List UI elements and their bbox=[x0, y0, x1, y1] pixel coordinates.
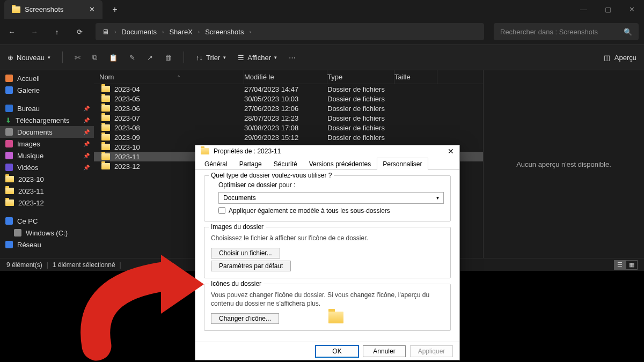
column-name[interactable]: Nom^ bbox=[94, 70, 244, 84]
paste-icon[interactable]: 📋 bbox=[109, 54, 118, 62]
table-row[interactable]: 2023-0427/04/2023 14:47Dossier de fichie… bbox=[94, 84, 483, 94]
table-row[interactable]: 2023-0728/07/2023 12:23Dossier de fichie… bbox=[94, 113, 483, 123]
refresh-icon[interactable]: ⟳ bbox=[73, 28, 86, 36]
column-modified[interactable]: Modifié le bbox=[244, 70, 327, 84]
chevron-down-icon: ▾ bbox=[223, 55, 226, 60]
file-type: Dossier de fichiers bbox=[327, 85, 394, 93]
sidebar-item-videos[interactable]: Vidéos📌 bbox=[0, 161, 94, 173]
chevron-right-icon: › bbox=[114, 29, 116, 35]
restore-default-button[interactable]: Paramètres par défaut bbox=[211, 261, 291, 271]
table-row[interactable]: 2023-0830/08/2023 17:08Dossier de fichie… bbox=[94, 123, 483, 132]
title-bar: Screenshots ✕ + — ▢ ✕ bbox=[0, 0, 644, 19]
group-folder-type: Quel type de dossier voulez-vous utilise… bbox=[204, 175, 451, 221]
folder-icon bbox=[101, 115, 110, 121]
folder-icon bbox=[5, 188, 14, 194]
network-icon bbox=[5, 241, 13, 248]
music-icon bbox=[5, 152, 13, 159]
breadcrumb-segment[interactable]: Documents bbox=[121, 28, 157, 36]
thumbnails-view-icon[interactable]: ▦ bbox=[626, 260, 638, 270]
sidebar: Accueil Galerie Bureau📌 ⬇Téléchargements… bbox=[0, 70, 94, 258]
apply-button[interactable]: Appliquer bbox=[410, 345, 453, 357]
close-tab-icon[interactable]: ✕ bbox=[89, 5, 95, 13]
optimize-label: Optimiser ce dossier pour : bbox=[218, 181, 444, 189]
column-headers: Nom^ Modifié le Type Taille bbox=[94, 70, 483, 84]
sidebar-item-images[interactable]: Images📌 bbox=[0, 138, 94, 150]
sort-button[interactable]: ↑↓ Trier ▾ bbox=[196, 54, 226, 62]
sidebar-item-folder[interactable]: 2023-10 bbox=[0, 173, 94, 185]
tab-previous-versions[interactable]: Versions précédentes bbox=[303, 158, 377, 170]
preview-pane-button[interactable]: Aperçu bbox=[614, 54, 636, 62]
sidebar-item-drive[interactable]: Windows (C:) bbox=[0, 227, 94, 239]
share-icon[interactable]: ↗ bbox=[147, 54, 153, 62]
tab-general[interactable]: Général bbox=[199, 158, 233, 170]
cut-icon[interactable]: ✄ bbox=[75, 54, 80, 62]
table-row[interactable]: 2023-0627/06/2023 12:06Dossier de fichie… bbox=[94, 104, 483, 113]
disk-icon bbox=[14, 229, 21, 237]
optimize-select[interactable]: Documents ▾ bbox=[218, 192, 444, 204]
properties-dialog: Propriétés de : 2023-11 ✕ Général Partag… bbox=[195, 145, 460, 360]
file-modified: 29/09/2023 15:12 bbox=[244, 134, 327, 142]
folder-icon bbox=[101, 144, 110, 150]
change-icon-button[interactable]: Changer d'icône... bbox=[211, 313, 279, 324]
column-size[interactable]: Taille bbox=[394, 70, 437, 84]
item-count: 9 élément(s) bbox=[6, 261, 42, 269]
apply-subfolders-checkbox[interactable]: Appliquer également ce modèle à tous les… bbox=[218, 207, 444, 215]
file-modified: 28/07/2023 12:23 bbox=[244, 114, 327, 122]
chevron-right-icon: › bbox=[249, 29, 251, 35]
maximize-icon[interactable]: ▢ bbox=[596, 0, 620, 19]
more-icon[interactable]: ⋯ bbox=[289, 54, 296, 62]
sidebar-item-gallery[interactable]: Galerie bbox=[0, 84, 94, 96]
sidebar-item-downloads[interactable]: ⬇Téléchargements📌 bbox=[0, 114, 94, 126]
close-window-icon[interactable]: ✕ bbox=[620, 0, 644, 19]
sidebar-item-folder[interactable]: 2023-11 bbox=[0, 185, 94, 197]
desktop-icon bbox=[5, 105, 13, 112]
file-modified: 27/04/2023 14:47 bbox=[244, 85, 327, 93]
window-tab[interactable]: Screenshots ✕ bbox=[4, 0, 103, 19]
cancel-button[interactable]: Annuler bbox=[363, 345, 406, 357]
selection-count: 1 élément sélectionné bbox=[53, 261, 115, 269]
file-type: Dossier de fichiers bbox=[327, 124, 394, 132]
breadcrumb-segment[interactable]: Screenshots bbox=[205, 28, 244, 36]
breadcrumb[interactable]: 🖥 › Documents › ShareX › Screenshots › bbox=[96, 23, 484, 40]
delete-icon[interactable]: 🗑 bbox=[165, 54, 172, 62]
folder-icon bbox=[101, 153, 110, 160]
sidebar-item-music[interactable]: Musique📌 bbox=[0, 150, 94, 161]
table-row[interactable]: 2023-0530/05/2023 10:03Dossier de fichie… bbox=[94, 94, 483, 104]
tab-sharing[interactable]: Partage bbox=[233, 158, 268, 170]
copy-icon[interactable]: ⧉ bbox=[92, 53, 97, 62]
preview-empty-text: Aucun aperçu n'est disponible. bbox=[516, 160, 611, 168]
choose-file-button[interactable]: Choisir un fichier... bbox=[211, 248, 280, 258]
file-type: Dossier de fichiers bbox=[327, 105, 394, 113]
up-icon[interactable]: ↑ bbox=[50, 28, 63, 36]
ok-button[interactable]: OK bbox=[316, 345, 358, 357]
back-icon[interactable]: ← bbox=[5, 28, 18, 36]
dialog-title-bar: Propriétés de : 2023-11 ✕ bbox=[195, 145, 459, 157]
tab-customize[interactable]: Personnaliser bbox=[377, 158, 428, 170]
breadcrumb-segment[interactable]: ShareX bbox=[169, 28, 192, 36]
file-name: 2023-05 bbox=[114, 95, 140, 103]
new-button[interactable]: ⊕ Nouveau ▾ bbox=[8, 54, 50, 62]
sidebar-item-home[interactable]: Accueil bbox=[0, 72, 94, 84]
sidebar-item-thispc[interactable]: Ce PC bbox=[0, 215, 94, 227]
nav-bar: ← → ↑ ⟳ 🖥 › Documents › ShareX › Screens… bbox=[0, 19, 644, 45]
search-input[interactable]: Rechercher dans : Screenshots 🔍 bbox=[494, 23, 639, 40]
folder-icon bbox=[101, 163, 110, 169]
table-row[interactable]: 2023-0929/09/2023 15:12Dossier de fichie… bbox=[94, 132, 483, 142]
view-button[interactable]: ☰ Afficher ▾ bbox=[238, 54, 277, 62]
sidebar-item-documents[interactable]: Documents📌 bbox=[0, 126, 94, 138]
forward-icon[interactable]: → bbox=[28, 28, 41, 36]
tab-security[interactable]: Sécurité bbox=[268, 158, 303, 170]
new-tab-button[interactable]: + bbox=[108, 5, 121, 14]
sidebar-item-desktop[interactable]: Bureau📌 bbox=[0, 102, 94, 114]
column-type[interactable]: Type bbox=[327, 70, 394, 84]
rename-icon[interactable]: ✎ bbox=[129, 54, 135, 62]
sidebar-item-folder[interactable]: 2023-12 bbox=[0, 197, 94, 209]
folder-icon bbox=[12, 6, 20, 13]
sidebar-item-network[interactable]: Réseau bbox=[0, 239, 94, 250]
group-description: Vous pouvez changer l'icône du dossier. … bbox=[211, 291, 444, 308]
pc-icon bbox=[5, 217, 13, 225]
close-dialog-icon[interactable]: ✕ bbox=[448, 147, 454, 156]
minimize-icon[interactable]: — bbox=[572, 0, 596, 19]
download-icon: ⬇ bbox=[5, 116, 11, 124]
details-view-icon[interactable]: ☰ bbox=[614, 260, 626, 270]
